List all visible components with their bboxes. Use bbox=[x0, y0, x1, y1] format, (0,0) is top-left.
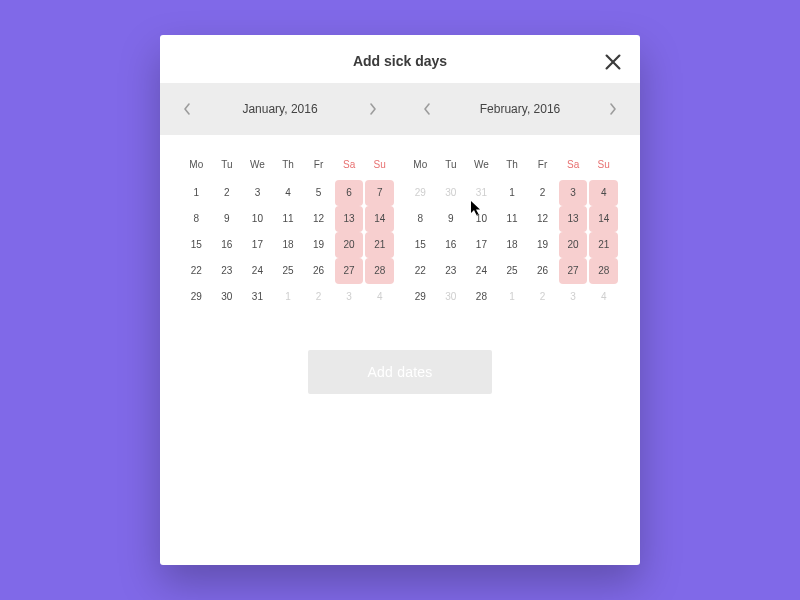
next-month-left[interactable] bbox=[368, 102, 378, 116]
prev-month-left[interactable] bbox=[182, 102, 192, 116]
day-cell[interactable]: 21 bbox=[365, 232, 394, 258]
chevron-right-icon bbox=[609, 103, 617, 115]
day-cell[interactable]: 8 bbox=[406, 206, 435, 232]
day-cell[interactable]: 2 bbox=[304, 284, 333, 310]
day-cell[interactable]: 4 bbox=[274, 180, 303, 206]
day-cell[interactable]: 18 bbox=[498, 232, 527, 258]
day-cell[interactable]: 9 bbox=[437, 206, 466, 232]
day-cell[interactable]: 3 bbox=[559, 180, 588, 206]
week-row: 2930311234 bbox=[182, 284, 394, 310]
day-cell[interactable]: 25 bbox=[274, 258, 303, 284]
day-cell[interactable]: 23 bbox=[213, 258, 242, 284]
day-cell[interactable]: 1 bbox=[498, 180, 527, 206]
day-cell[interactable]: 6 bbox=[335, 180, 364, 206]
day-cell[interactable]: 24 bbox=[467, 258, 496, 284]
day-cell[interactable]: 30 bbox=[437, 284, 466, 310]
dow-label: Sa bbox=[559, 153, 588, 180]
modal-footer: Add dates bbox=[160, 320, 640, 394]
week-row: 22232425262728 bbox=[406, 258, 618, 284]
month-nav-left: January, 2016 bbox=[160, 83, 400, 135]
day-cell[interactable]: 11 bbox=[274, 206, 303, 232]
dow-label: Su bbox=[589, 153, 618, 180]
add-dates-button[interactable]: Add dates bbox=[308, 350, 493, 394]
day-cell[interactable]: 29 bbox=[406, 180, 435, 206]
dow-label: We bbox=[243, 153, 272, 180]
day-cell[interactable]: 4 bbox=[589, 284, 618, 310]
day-cell[interactable]: 28 bbox=[467, 284, 496, 310]
sick-days-modal: Add sick days January, 2016 February, 20… bbox=[160, 35, 640, 565]
day-cell[interactable]: 4 bbox=[365, 284, 394, 310]
day-cell[interactable]: 8 bbox=[182, 206, 211, 232]
day-cell[interactable]: 29 bbox=[182, 284, 211, 310]
day-cell[interactable]: 23 bbox=[437, 258, 466, 284]
modal-header: Add sick days bbox=[160, 35, 640, 83]
day-cell[interactable]: 22 bbox=[406, 258, 435, 284]
day-cell[interactable]: 1 bbox=[274, 284, 303, 310]
day-cell[interactable]: 14 bbox=[589, 206, 618, 232]
dow-label: Tu bbox=[437, 153, 466, 180]
close-button[interactable] bbox=[602, 51, 624, 73]
day-cell[interactable]: 2 bbox=[528, 180, 557, 206]
day-cell[interactable]: 30 bbox=[437, 180, 466, 206]
day-cell[interactable]: 29 bbox=[406, 284, 435, 310]
day-cell[interactable]: 27 bbox=[335, 258, 364, 284]
day-cell[interactable]: 28 bbox=[365, 258, 394, 284]
day-cell[interactable]: 12 bbox=[304, 206, 333, 232]
day-cell[interactable]: 14 bbox=[365, 206, 394, 232]
day-cell[interactable]: 20 bbox=[559, 232, 588, 258]
day-cell[interactable]: 26 bbox=[528, 258, 557, 284]
week-row: 2930281234 bbox=[406, 284, 618, 310]
next-month-right[interactable] bbox=[608, 102, 618, 116]
dow-label: Sa bbox=[335, 153, 364, 180]
day-cell[interactable]: 1 bbox=[498, 284, 527, 310]
day-cell[interactable]: 3 bbox=[559, 284, 588, 310]
day-cell[interactable]: 31 bbox=[243, 284, 272, 310]
day-cell[interactable]: 28 bbox=[589, 258, 618, 284]
month-label-right: February, 2016 bbox=[480, 102, 561, 116]
day-cell[interactable]: 17 bbox=[467, 232, 496, 258]
day-cell[interactable]: 10 bbox=[243, 206, 272, 232]
day-cell[interactable]: 20 bbox=[335, 232, 364, 258]
day-cell[interactable]: 16 bbox=[437, 232, 466, 258]
day-cell[interactable]: 26 bbox=[304, 258, 333, 284]
day-cell[interactable]: 22 bbox=[182, 258, 211, 284]
day-cell[interactable]: 2 bbox=[213, 180, 242, 206]
day-cell[interactable]: 16 bbox=[213, 232, 242, 258]
day-cell[interactable]: 15 bbox=[182, 232, 211, 258]
week-row: 2930311234 bbox=[406, 180, 618, 206]
day-cell[interactable]: 1 bbox=[182, 180, 211, 206]
day-cell[interactable]: 18 bbox=[274, 232, 303, 258]
day-cell[interactable]: 10 bbox=[467, 206, 496, 232]
day-cell[interactable]: 15 bbox=[406, 232, 435, 258]
day-cell[interactable]: 12 bbox=[528, 206, 557, 232]
dow-header: MoTuWeThFrSaSu bbox=[182, 153, 394, 180]
day-cell[interactable]: 3 bbox=[335, 284, 364, 310]
dow-label: Th bbox=[274, 153, 303, 180]
day-cell[interactable]: 21 bbox=[589, 232, 618, 258]
calendar-right: MoTuWeThFrSaSu29303112348910111213141516… bbox=[406, 153, 618, 310]
week-row: 22232425262728 bbox=[182, 258, 394, 284]
calendar-left: MoTuWeThFrSaSu12345678910111213141516171… bbox=[182, 153, 394, 310]
day-cell[interactable]: 19 bbox=[304, 232, 333, 258]
day-cell[interactable]: 13 bbox=[335, 206, 364, 232]
day-cell[interactable]: 24 bbox=[243, 258, 272, 284]
day-cell[interactable]: 25 bbox=[498, 258, 527, 284]
week-row: 15161718192021 bbox=[406, 232, 618, 258]
day-cell[interactable]: 13 bbox=[559, 206, 588, 232]
prev-month-right[interactable] bbox=[422, 102, 432, 116]
day-cell[interactable]: 5 bbox=[304, 180, 333, 206]
day-cell[interactable]: 7 bbox=[365, 180, 394, 206]
day-cell[interactable]: 3 bbox=[243, 180, 272, 206]
day-cell[interactable]: 4 bbox=[589, 180, 618, 206]
day-cell[interactable]: 11 bbox=[498, 206, 527, 232]
day-cell[interactable]: 27 bbox=[559, 258, 588, 284]
dow-label: Mo bbox=[406, 153, 435, 180]
day-cell[interactable]: 19 bbox=[528, 232, 557, 258]
day-cell[interactable]: 9 bbox=[213, 206, 242, 232]
day-cell[interactable]: 17 bbox=[243, 232, 272, 258]
day-cell[interactable]: 31 bbox=[467, 180, 496, 206]
day-cell[interactable]: 2 bbox=[528, 284, 557, 310]
day-cell[interactable]: 30 bbox=[213, 284, 242, 310]
chevron-right-icon bbox=[369, 103, 377, 115]
calendars-container: MoTuWeThFrSaSu12345678910111213141516171… bbox=[160, 135, 640, 320]
